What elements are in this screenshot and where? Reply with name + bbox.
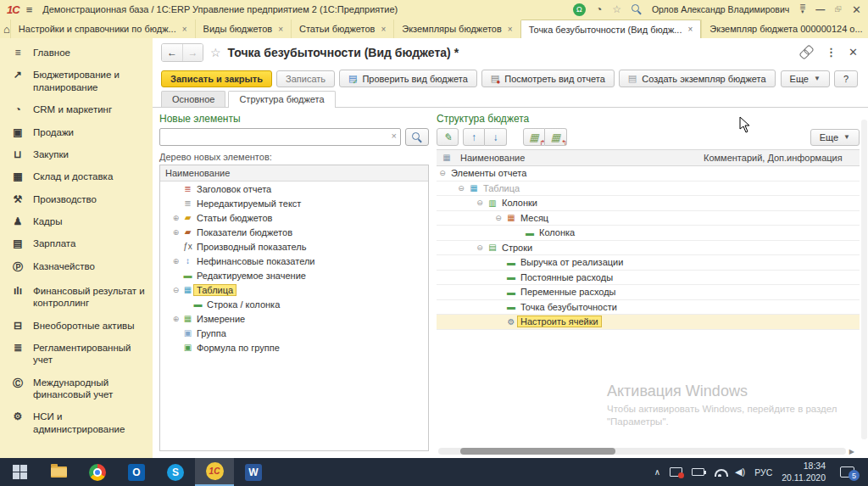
tree-row[interactable]: ⊕ ▦ Измерение [160, 311, 428, 326]
tree-row[interactable]: ▣ Группа [160, 326, 428, 340]
clear-search-icon[interactable]: × [392, 131, 397, 141]
expand-toggle-icon[interactable]: ⊖ [474, 198, 486, 207]
window-tab[interactable]: Настройки и справочники по бюдж... × [10, 20, 195, 38]
structure-row[interactable]: ▬ Выручка от реализации [437, 255, 860, 271]
structure-row[interactable]: ⊖ ▤ Строки [437, 241, 860, 256]
tab-close-icon[interactable]: × [182, 25, 187, 34]
structure-row[interactable]: ▬ Постоянные расходы [437, 271, 860, 286]
horizontal-scrollbar[interactable] [438, 448, 846, 455]
skype-button[interactable]: S [156, 458, 195, 486]
tree-row[interactable]: ▣ Формула по группе [160, 340, 428, 355]
window-tab[interactable]: Экземпляр бюджета 000000124 о... × [701, 20, 868, 38]
column-name[interactable]: Наименование [457, 150, 700, 165]
forward-button[interactable]: → [182, 44, 203, 61]
window-tab[interactable]: Экземпляры бюджетов × [393, 20, 520, 38]
column-comment[interactable]: Комментарий, Доп.информация [700, 150, 860, 165]
tab-close-icon[interactable]: × [278, 25, 283, 34]
window-close-button[interactable]: ✕ [852, 3, 861, 16]
expand-toggle-icon[interactable]: ⊖ [474, 243, 486, 252]
structure-row[interactable]: ▬ Точка безубыточности [437, 300, 860, 316]
1c-app-button[interactable]: 1С [195, 458, 234, 486]
favorites-star-icon[interactable]: ☆ [612, 3, 621, 15]
save-and-close-button[interactable]: Записать и закрыть [161, 70, 272, 87]
vertical-scrollbar[interactable] [861, 120, 867, 439]
structure-row[interactable]: ⊖ ▦ Месяц [437, 211, 860, 226]
more-button[interactable]: Еще ▼ [781, 70, 830, 87]
save-button[interactable]: Записать [276, 70, 335, 87]
sidebar-item[interactable]: ≡ Главное [0, 42, 153, 64]
tab-close-icon[interactable]: × [687, 25, 693, 34]
window-minimize-button[interactable]: — [815, 4, 825, 14]
search-button[interactable] [405, 128, 429, 146]
move-down-button[interactable]: ↓ [485, 128, 507, 146]
clock[interactable]: 18:34 20.11.2020 [782, 461, 826, 483]
column-header[interactable]: Наименование [160, 165, 428, 182]
structure-row[interactable]: ▬ Переменные расходы [437, 285, 860, 300]
expand-toggle-icon[interactable]: ⊖ [492, 214, 504, 222]
tab-close-icon[interactable]: × [381, 25, 386, 34]
screen-share-tray-icon[interactable] [670, 467, 682, 477]
tree-row[interactable]: ⊕ ↕ Нефинансовые показатели [160, 254, 428, 268]
tree-row[interactable]: ⊕ ▰ Показатели бюджетов [160, 225, 428, 239]
battery-tray-icon[interactable] [692, 468, 704, 476]
check-budget-view-button[interactable]: ▤✓ Проверить вид бюджета [339, 70, 477, 87]
tree-row[interactable]: ⊕ ▰ Статьи бюджетов [160, 210, 428, 225]
favorite-star-icon[interactable]: ☆ [210, 46, 221, 59]
expand-toggle-icon[interactable]: ⊕ [170, 228, 181, 237]
window-tab[interactable]: Виды бюджетов × [195, 20, 291, 38]
sidebar-item[interactable]: ▦ Склад и доставка [0, 165, 153, 187]
sidebar-item[interactable]: ▣ Продажи [0, 121, 153, 143]
sidebar-item[interactable]: ▤ Зарплата [0, 232, 153, 254]
help-button[interactable]: ? [834, 70, 858, 87]
sidebar-item[interactable]: Ⓟ Казначейство [0, 255, 153, 280]
form-tab[interactable]: Основное [161, 91, 225, 107]
window-tab[interactable]: Статьи бюджетов × [291, 20, 393, 38]
scrollbar-thumb[interactable] [460, 448, 615, 455]
volume-tray-icon[interactable]: ◀) [735, 466, 745, 478]
hamburger-menu-icon[interactable]: ≡ [26, 3, 33, 16]
sidebar-item[interactable]: Ⓒ Международный финансовый учет [0, 371, 153, 406]
tree-row[interactable]: ⊖ ▦ Таблица [160, 282, 428, 297]
tree-row[interactable]: ≣ Заголовок отчета [160, 182, 428, 196]
edit-button[interactable]: ✎ [437, 128, 459, 146]
indent-level-button[interactable]: ▦↱ [523, 128, 545, 146]
service-menu-icon[interactable]: ≡▾ [799, 5, 805, 14]
expand-toggle-icon[interactable]: ⊕ [170, 214, 181, 222]
tree-row[interactable]: ▬ Редактируемое значение [160, 268, 428, 282]
move-up-button[interactable]: ↑ [463, 128, 485, 146]
more-dots-icon[interactable]: ⋮ [826, 46, 837, 59]
outdent-level-button[interactable]: ▦↰ [545, 128, 567, 146]
action-center-icon[interactable]: 5 [840, 466, 854, 478]
chrome-button[interactable] [78, 458, 117, 486]
history-icon[interactable]: ◔ [596, 3, 602, 15]
home-tab[interactable]: ⌂ [3, 20, 10, 38]
tree-row[interactable]: ƒx Производный показатель [160, 239, 428, 254]
sidebar-item[interactable]: ≣ Регламентированный учет [0, 337, 153, 371]
tree-row[interactable]: ≣ Нередактируемый текст [160, 196, 428, 210]
word-button[interactable]: W [234, 458, 273, 486]
create-budget-instance-button[interactable]: ▤ Создать экземпляр бюджета [619, 70, 776, 87]
structure-row[interactable]: ⊖ ▦ Таблица [437, 182, 860, 197]
get-link-icon[interactable] [798, 44, 814, 59]
window-tab[interactable]: Точка безубыточности (Вид бюдж... × [520, 20, 702, 38]
wifi-tray-icon[interactable] [714, 468, 726, 477]
tree-row[interactable]: ▬ Строка / колонка [160, 297, 428, 311]
back-button[interactable]: ← [162, 44, 182, 61]
expand-toggle-icon[interactable]: ⊕ [170, 257, 181, 265]
global-search-icon[interactable] [632, 4, 642, 14]
sidebar-item[interactable]: ⊟ Внеоборотные активы [0, 315, 153, 337]
expand-toggle-icon[interactable]: ⊕ [170, 315, 181, 323]
sidebar-item[interactable]: ♟ Кадры [0, 210, 153, 232]
form-tab[interactable]: Структура бюджета [228, 91, 335, 108]
sidebar-item[interactable]: ⚒ Производство [0, 188, 153, 210]
structure-row[interactable]: ⊖ Элементы отчета [437, 166, 860, 182]
form-close-icon[interactable]: ✕ [849, 46, 858, 59]
col-settings-icon[interactable]: ▦ [437, 150, 457, 165]
expand-toggle-icon[interactable]: ⊖ [437, 169, 448, 177]
sidebar-item[interactable]: ⚙ НСИ и администрирование [0, 405, 153, 440]
sidebar-item[interactable]: ↗ Бюджетирование и планирование [0, 64, 153, 98]
scroll-right-icon[interactable]: ▶ [849, 448, 854, 455]
tray-expand-icon[interactable]: ∧ [654, 467, 660, 477]
structure-more-button[interactable]: Еще ▼ [810, 129, 860, 146]
start-button[interactable] [0, 458, 39, 486]
